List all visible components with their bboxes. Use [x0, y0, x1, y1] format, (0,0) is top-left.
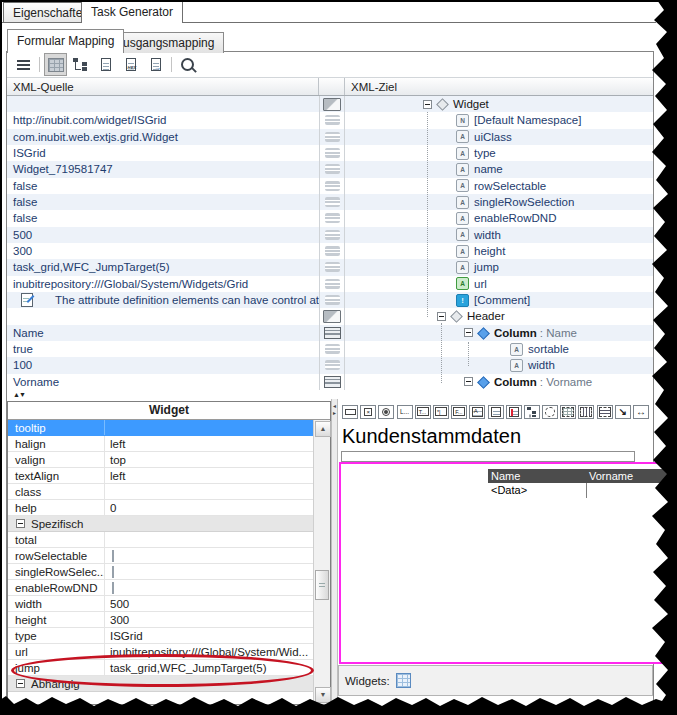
splitter-right-icon[interactable]: ►	[332, 410, 337, 416]
form-heading[interactable]: Kundenstammdaten	[342, 425, 521, 448]
source-value-cell[interactable]: 300	[7, 245, 319, 257]
source-value-cell[interactable]: inubitrepository:///Global/System/Widget…	[7, 278, 319, 290]
mapping-row[interactable]: task_grid,WFC_JumpTarget(5)Ajump	[7, 259, 653, 275]
selection-rectangle[interactable]: NameVorname<Data>	[339, 462, 673, 664]
source-value-cell[interactable]: 500	[7, 229, 319, 241]
property-row-halign[interactable]: halignleft	[8, 436, 313, 452]
mapping-row[interactable]: inubitrepository:///Global/System/Widget…	[7, 276, 653, 292]
mapping-type-cell[interactable]	[319, 243, 345, 259]
mapping-type-cell[interactable]	[319, 308, 345, 324]
property-value[interactable]: left	[105, 438, 313, 450]
property-row-jump[interactable]: jumptask_grid,WFC_JumpTarget(5)	[8, 660, 313, 676]
property-value[interactable]	[105, 550, 313, 562]
checkbox[interactable]	[112, 582, 114, 594]
checkbox[interactable]	[112, 550, 114, 562]
splitter-down-icon[interactable]: ▼	[19, 391, 25, 398]
property-row-width[interactable]: width500	[8, 596, 313, 612]
property-row-textalign[interactable]: textAlignleft	[8, 468, 313, 484]
source-column-header[interactable]: XML-Quelle	[7, 78, 319, 95]
mapping-row[interactable]: falseAenableRowDND	[7, 210, 653, 226]
mapping-type-cell[interactable]	[319, 161, 345, 177]
preview-column-header[interactable]: Vorname	[586, 469, 676, 483]
mapping-type-cell[interactable]	[319, 325, 345, 341]
property-row-class[interactable]: class	[8, 484, 313, 500]
password-tool-icon[interactable]: *|	[433, 405, 449, 419]
label-tool-icon[interactable]: L...	[397, 405, 413, 419]
mapping-type-cell[interactable]	[319, 178, 345, 194]
scroll-up-icon[interactable]: ▲	[315, 421, 331, 437]
collapse-icon[interactable]	[464, 328, 473, 337]
mapping-type-cell[interactable]	[319, 129, 345, 145]
collapse-icon[interactable]	[423, 100, 432, 109]
mapping-row[interactable]: ISGridAtype	[7, 145, 653, 161]
mapping-type-cell[interactable]	[319, 341, 345, 357]
collapse-icon[interactable]	[437, 312, 446, 321]
mapping-type-cell[interactable]	[319, 210, 345, 226]
scroll-down-icon[interactable]: ▼	[315, 687, 331, 703]
mapping-type-cell[interactable]	[319, 145, 345, 161]
property-value[interactable]: 500	[105, 598, 313, 610]
source-value-cell[interactable]: com.inubit.web.extjs.grid.Widget	[7, 131, 319, 143]
collapse-icon[interactable]	[16, 519, 25, 528]
mapping-row[interactable]: trueAsortable	[7, 341, 653, 357]
source-value-cell[interactable]: Vorname	[7, 376, 319, 388]
radio-tool-icon[interactable]	[378, 405, 394, 419]
mapping-type-cell[interactable]	[319, 292, 345, 308]
document-view-icon[interactable]	[94, 53, 117, 76]
target-node-cell[interactable]: Awidth	[345, 227, 653, 243]
property-value[interactable]: 300	[105, 614, 313, 626]
target-node-cell[interactable]: AsingleRowSelection	[345, 194, 653, 210]
checkbox[interactable]	[112, 566, 114, 578]
search-icon[interactable]	[176, 53, 199, 76]
preview-column-header[interactable]: Name	[488, 469, 586, 483]
property-value[interactable]: 0	[105, 502, 313, 514]
collapse-icon[interactable]	[16, 679, 25, 688]
collapse-icon[interactable]	[464, 377, 473, 386]
hex-view-icon[interactable]: HEX	[119, 53, 142, 76]
source-value-cell[interactable]: http://inubit.com/widget/ISGrid	[7, 114, 319, 126]
target-node-cell[interactable]: Asortable	[345, 341, 653, 357]
property-row-url[interactable]: urlinubitrepository:///Global/System/Wid…	[8, 644, 313, 660]
target-node-cell[interactable]: ![Comment]	[345, 292, 653, 308]
target-node-cell[interactable]: Column: Vorname	[345, 374, 653, 390]
tree-view-icon[interactable]	[69, 53, 92, 76]
mapping-row[interactable]: NameColumn: Name	[7, 325, 653, 341]
preview-table-row[interactable]: <Data>	[488, 483, 676, 498]
grid-widget-preview[interactable]: NameVorname<Data>	[488, 469, 676, 498]
mapping-row[interactable]: Header	[7, 308, 653, 324]
list-tool-icon[interactable]	[506, 405, 522, 419]
source-value-cell[interactable]: 100	[7, 359, 319, 371]
grid-layout-tool-icon[interactable]	[560, 405, 576, 419]
designer-canvas[interactable]: Kundenstammdaten NameVorname<Data>	[338, 425, 653, 665]
filefield-tool-icon[interactable]: F...	[451, 405, 467, 419]
source-value-cell[interactable]: false	[7, 212, 319, 224]
export-document-icon[interactable]: →	[144, 53, 167, 76]
mapping-type-cell[interactable]	[319, 194, 345, 210]
target-node-cell[interactable]: Column: Name	[345, 325, 653, 341]
property-value[interactable]: left	[105, 470, 313, 482]
mapping-type-cell[interactable]	[319, 112, 345, 128]
property-group-abhängig[interactable]: Abhängig	[8, 676, 313, 692]
mapping-type-cell[interactable]	[319, 276, 345, 292]
mapping-type-cell[interactable]	[319, 259, 345, 275]
mapping-row[interactable]: falseArowSelectable	[7, 178, 653, 194]
target-node-cell[interactable]: Atype	[345, 145, 653, 161]
target-column-header[interactable]: XML-Ziel	[345, 78, 653, 95]
mapping-icon-column-header[interactable]	[319, 78, 345, 95]
preview-table-header-row[interactable]: NameVorname	[488, 469, 676, 483]
mapping-row[interactable]: http://inubit.com/widget/ISGridN[Default…	[7, 112, 653, 128]
property-row-rowselectable[interactable]: rowSelectable	[8, 548, 313, 564]
mapping-row[interactable]: Widget	[7, 96, 653, 112]
rectangle-tool-icon[interactable]	[342, 405, 358, 419]
property-row-enablerowdnd[interactable]: enableRowDND	[8, 580, 313, 596]
mapping-type-cell[interactable]	[319, 227, 345, 243]
panel-tool-icon[interactable]	[488, 405, 504, 419]
table-view-icon[interactable]	[44, 53, 67, 76]
mapping-row[interactable]: com.inubit.web.extjs.grid.WidgetAuiClass	[7, 129, 653, 145]
source-value-cell[interactable]: true	[7, 343, 319, 355]
mapping-row[interactable]: 100Awidth	[7, 357, 653, 373]
form-input-widget[interactable]	[341, 451, 635, 462]
grid-widget-icon[interactable]	[396, 673, 411, 688]
checkbox-tool-icon[interactable]: ×	[360, 405, 376, 419]
mapping-row[interactable]: The attribute definition elements can ha…	[7, 292, 653, 308]
